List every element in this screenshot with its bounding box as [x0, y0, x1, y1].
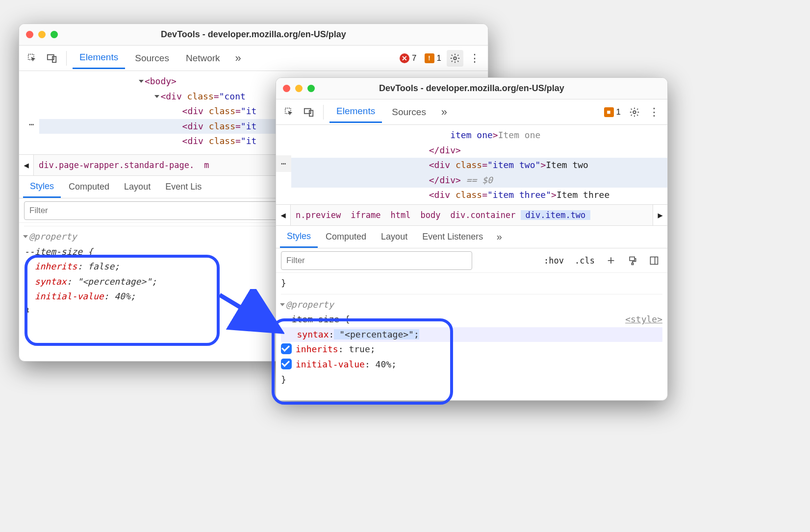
breadcrumb-right-icon[interactable]: ▶ — [653, 205, 667, 225]
crumb-iframe[interactable]: iframe — [346, 210, 385, 220]
main-toolbar: Elements Sources » ■1 ⋮ — [276, 99, 667, 125]
svg-point-3 — [454, 57, 456, 60]
css-enable-checkbox[interactable] — [281, 343, 292, 354]
at-property-label: @property — [29, 231, 77, 242]
dom-node-item-two[interactable]: <div class="item two">Item two — [291, 158, 667, 173]
sub-tab-styles[interactable]: Styles — [280, 226, 318, 248]
tab-sources[interactable]: Sources — [128, 48, 176, 69]
cls-button[interactable]: .cls — [572, 254, 598, 267]
sub-tab-layout[interactable]: Layout — [374, 227, 414, 247]
styles-filter-input[interactable] — [281, 251, 472, 270]
minimize-icon[interactable] — [295, 85, 303, 92]
zoom-icon[interactable] — [307, 85, 315, 92]
css-enable-checkbox[interactable] — [281, 359, 292, 369]
zoom-icon[interactable] — [51, 31, 58, 38]
css-prop-initial-value[interactable]: initial-value — [35, 291, 104, 301]
crumb-item-two[interactable]: div.item.two — [521, 210, 591, 220]
sub-tab-events[interactable]: Event Lis — [158, 177, 208, 197]
close-icon[interactable] — [283, 85, 290, 92]
inspect-icon[interactable] — [281, 104, 298, 121]
minimize-icon[interactable] — [38, 31, 46, 38]
dom-tree[interactable]: ⋯ item one>Item one </div> <div class="i… — [276, 125, 667, 204]
traffic-lights — [26, 31, 58, 38]
more-tabs-icon[interactable]: » — [436, 104, 453, 121]
warning-count: 1 — [616, 107, 621, 117]
sub-tab-events[interactable]: Event Listeners — [415, 227, 490, 247]
sub-tab-layout[interactable]: Layout — [117, 177, 157, 197]
sub-tab-styles[interactable]: Styles — [23, 176, 61, 198]
hov-button[interactable]: :hov — [541, 254, 567, 267]
dom-node-item-one-partial[interactable]: item one>Item one — [291, 128, 667, 143]
tab-network[interactable]: Network — [179, 48, 227, 69]
inspect-icon[interactable] — [24, 50, 41, 67]
settings-gear-icon[interactable] — [447, 50, 463, 67]
svg-rect-8 — [630, 257, 634, 261]
warning-badge[interactable]: !1 — [422, 53, 444, 63]
crumb-html[interactable]: html — [386, 210, 416, 220]
svg-rect-10 — [651, 257, 658, 264]
titlebar: DevTools - developer.mozilla.org/en-US/p… — [19, 24, 488, 46]
dom-ellipsis-icon[interactable]: ⋯ — [24, 116, 39, 133]
more-sub-tabs-icon[interactable]: » — [491, 229, 507, 245]
more-tabs-icon[interactable]: » — [230, 50, 247, 67]
svg-point-7 — [633, 111, 636, 114]
style-source-link[interactable]: <style> — [625, 312, 662, 327]
device-toggle-icon[interactable] — [301, 104, 317, 121]
dom-node-item-three-partial-close[interactable]: </div> — [291, 203, 667, 204]
css-prop-syntax[interactable]: syntax — [35, 276, 67, 287]
tab-sources[interactable]: Sources — [385, 102, 433, 122]
tab-elements[interactable]: Elements — [329, 101, 382, 123]
kebab-menu-icon[interactable]: ⋮ — [646, 104, 662, 121]
computed-panel-icon[interactable] — [646, 252, 662, 269]
divider — [66, 51, 67, 66]
breadcrumb-left-icon[interactable]: ◀ — [19, 155, 34, 175]
css-close-brace: } — [281, 372, 662, 387]
svg-rect-9 — [632, 263, 633, 265]
window-title: DevTools - developer.mozilla.org/en-US/p… — [276, 83, 667, 94]
crumb-page-wrapper[interactable]: div.page-wrapper.standard-page. — [34, 160, 199, 170]
css-prop-inherits[interactable]: inherits — [296, 344, 338, 354]
paint-icon[interactable] — [624, 252, 641, 269]
dom-node-item-three[interactable]: <div class="item three">Item three — [291, 188, 667, 203]
main-toolbar: Elements Sources Network » ✕7 !1 ⋮ — [19, 46, 488, 71]
warning-badge[interactable]: ■1 — [602, 107, 623, 117]
device-toggle-icon[interactable] — [44, 50, 60, 67]
sub-tab-computed[interactable]: Computed — [319, 227, 373, 247]
breadcrumb-left-icon[interactable]: ◀ — [276, 205, 291, 225]
css-prop-inherits[interactable]: inherits — [35, 261, 77, 271]
traffic-lights — [283, 85, 315, 92]
crumb-container[interactable]: div.container — [445, 210, 520, 220]
devtools-window-2: DevTools - developer.mozilla.org/en-US/p… — [276, 77, 668, 401]
tab-elements[interactable]: Elements — [73, 47, 125, 69]
dom-node-item-two-close[interactable]: </div> == $0 — [291, 173, 667, 188]
sub-tab-computed[interactable]: Computed — [62, 177, 116, 197]
styles-filter-row: :hov .cls + — [276, 248, 667, 273]
at-property-label: @property — [286, 299, 334, 310]
css-prop-syntax[interactable]: syntax — [297, 329, 329, 339]
crumb-body[interactable]: body — [416, 210, 446, 220]
crumb-preview[interactable]: n.preview — [291, 210, 346, 220]
styles-close-brace: } — [281, 276, 662, 291]
crumb-m[interactable]: m — [199, 160, 214, 170]
dom-node-close-div[interactable]: </div> — [291, 143, 667, 158]
breadcrumb: ◀ n.preview iframe html body div.contain… — [276, 204, 667, 226]
error-count: 7 — [412, 53, 416, 63]
titlebar: DevTools - developer.mozilla.org/en-US/p… — [276, 78, 667, 99]
css-prop-initial-value[interactable]: initial-value — [296, 359, 365, 369]
close-icon[interactable] — [26, 31, 33, 38]
window-title: DevTools - developer.mozilla.org/en-US/p… — [19, 29, 488, 40]
warning-count: 1 — [437, 53, 441, 63]
error-badge[interactable]: ✕7 — [397, 53, 419, 63]
new-rule-plus-icon[interactable]: + — [603, 252, 619, 269]
css-selector[interactable]: --item-size {<style> — [281, 312, 662, 327]
dom-ellipsis-icon[interactable]: ⋯ — [276, 155, 291, 172]
styles-sub-tabs: Styles Computed Layout Event Listeners » — [276, 226, 667, 248]
kebab-menu-icon[interactable]: ⋮ — [466, 50, 483, 67]
styles-pane[interactable]: } @property --item-size {<style> syntax:… — [276, 273, 667, 390]
divider — [323, 105, 324, 120]
settings-gear-icon[interactable] — [626, 104, 643, 121]
